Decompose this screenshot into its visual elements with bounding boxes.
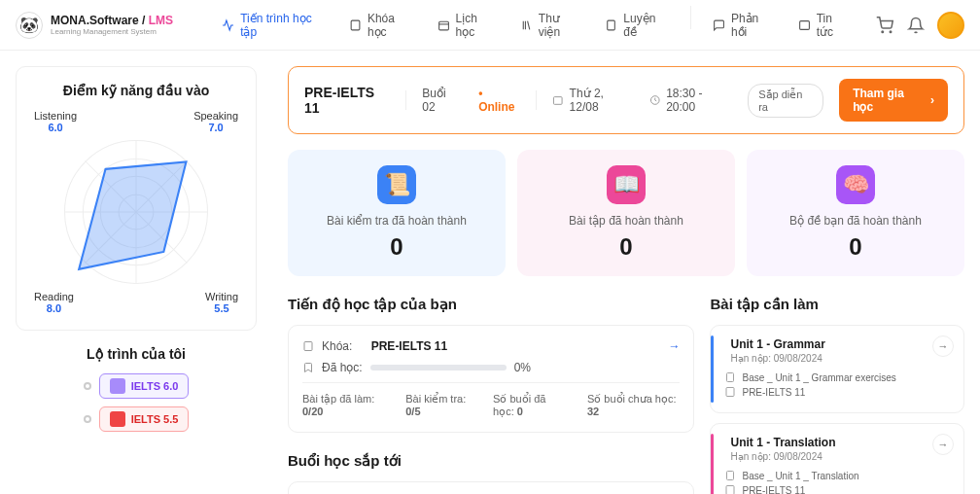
avatar[interactable] <box>937 12 964 39</box>
activity-icon <box>222 18 234 32</box>
nav-library[interactable]: Thư viện <box>510 6 591 45</box>
route-item[interactable]: IELTS 6.0 <box>84 373 190 399</box>
bookmark-icon <box>302 362 314 373</box>
svg-rect-30 <box>726 486 734 495</box>
svg-rect-1 <box>438 21 448 30</box>
progress-card: Khóa: PRE-IELTS 11→ Đã học:0% Bài tập đã… <box>288 325 694 433</box>
stat-sets: 🧠Bộ đề bạn đã hoàn thành0 <box>747 150 964 276</box>
file-icon <box>724 470 736 481</box>
book-icon <box>349 18 362 32</box>
book-icon <box>724 386 736 398</box>
bell-icon[interactable] <box>906 16 926 35</box>
radar-title: Điểm kỹ năng đầu vào <box>32 83 240 98</box>
svg-rect-19 <box>553 97 562 105</box>
chat-icon <box>713 18 725 32</box>
svg-rect-6 <box>608 20 615 30</box>
svg-line-5 <box>527 20 529 29</box>
task-item[interactable]: Unit 1 - Grammar Hạn nộp: 09/08/2024 → B… <box>710 325 964 413</box>
nav-schedule[interactable]: Lịch học <box>428 6 507 45</box>
arrow-icon[interactable]: → <box>668 339 680 353</box>
nav-course[interactable]: Khóa học <box>339 6 424 45</box>
file-icon <box>605 18 617 32</box>
next-title: Buổi học sắp tới <box>288 452 694 470</box>
content: PRE-IELTS 11 Buổi 02 • Online Thứ 2, 12/… <box>272 51 980 494</box>
svg-point-8 <box>882 31 884 33</box>
svg-rect-29 <box>727 472 734 480</box>
stat-homework: 📖Bài tập đã hoàn thành0 <box>517 150 735 276</box>
arrow-icon[interactable]: → <box>932 335 954 357</box>
cart-icon[interactable] <box>875 16 894 35</box>
calendar-icon <box>438 18 450 32</box>
clock-icon <box>649 94 661 106</box>
tasks-title: Bài tập cần làm <box>710 296 964 313</box>
header: 🐼 MONA.Software / LMS Learning Managemen… <box>0 0 980 51</box>
svg-rect-27 <box>727 373 734 382</box>
svg-rect-7 <box>799 20 809 29</box>
sidebar: Điểm kỹ năng đầu vào Listening6.0 Speaki… <box>0 51 272 494</box>
nav: Tiến trình học tập Khóa học Lịch học Thư… <box>212 6 859 45</box>
route-title: Lộ trình của tôi <box>16 346 257 362</box>
calendar-icon <box>552 94 564 106</box>
radar-card: Điểm kỹ năng đầu vào Listening6.0 Speaki… <box>16 66 257 331</box>
radar-chart: Listening6.0 Speaking7.0 Reading8.0 Writ… <box>34 110 238 314</box>
logo[interactable]: 🐼 MONA.Software / LMS Learning Managemen… <box>16 12 173 39</box>
library-icon <box>520 18 533 32</box>
nav-progress[interactable]: Tiến trình học tập <box>212 6 335 45</box>
route-item[interactable]: IELTS 5.5 <box>84 406 190 432</box>
progress-title: Tiến độ học tập của bạn <box>288 296 694 313</box>
task-item[interactable]: Unit 1 - Translation Hạn nộp: 09/08/2024… <box>710 423 964 494</box>
news-icon <box>798 18 811 32</box>
upcoming-bar: PRE-IELTS 11 Buổi 02 • Online Thứ 2, 12/… <box>288 66 964 134</box>
session-card: Buổi 01 • Offline Thứ 2, 12/08 18:30 - 2… <box>288 481 694 494</box>
join-button[interactable]: Tham gia học› <box>839 79 948 122</box>
arrow-icon[interactable]: → <box>932 434 954 455</box>
svg-rect-21 <box>304 342 312 351</box>
panda-icon: 🐼 <box>16 12 43 39</box>
book-icon <box>302 340 314 352</box>
stat-tests: 📜Bài kiểm tra đã hoàn thành0 <box>288 150 506 276</box>
nav-practice[interactable]: Luyện đề <box>595 6 679 45</box>
nav-news[interactable]: Tin tức <box>788 6 859 45</box>
svg-rect-0 <box>351 20 360 30</box>
upcoming-course: PRE-IELTS 11 <box>304 85 390 116</box>
svg-rect-28 <box>726 388 734 397</box>
nav-feedback[interactable]: Phản hồi <box>703 6 785 45</box>
status-soon: Sắp diễn ra <box>748 84 823 118</box>
book-icon <box>724 484 736 494</box>
svg-point-9 <box>890 31 892 33</box>
file-icon <box>724 371 736 383</box>
